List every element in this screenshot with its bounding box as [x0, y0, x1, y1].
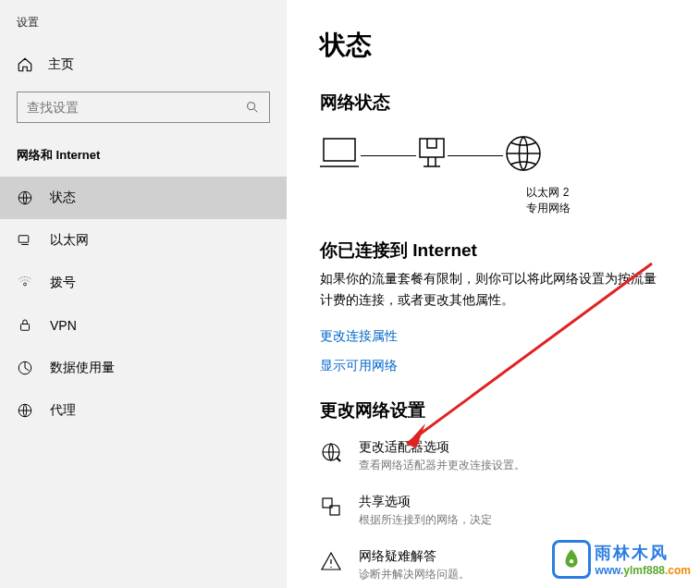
sharing-text: 共享选项 根据所连接到的网络，决定: [359, 494, 667, 528]
main-content: 状态 网络状态 以太网 2 专用网络 你已连接到 Internet 如果你的流量…: [287, 0, 700, 588]
diagram-labels: 以太网 2 专用网络: [429, 185, 667, 216]
nav-item-datausage[interactable]: 数据使用量: [0, 347, 287, 389]
ethernet-label: 以太网 2: [429, 185, 667, 201]
adapter-options-title: 更改适配器选项: [359, 439, 667, 456]
watermark: 雨林木风 www.ylmf888.com: [552, 540, 691, 579]
sharing-options-item[interactable]: 共享选项 根据所连接到的网络，决定: [320, 494, 667, 528]
change-settings-heading: 更改网络设置: [320, 398, 667, 423]
laptop-icon: [318, 135, 361, 176]
globe-icon: [503, 133, 544, 178]
nav-item-proxy[interactable]: 代理: [0, 389, 287, 432]
globe-status-icon: [17, 190, 33, 206]
nav-label-ethernet: 以太网: [50, 232, 89, 249]
svg-rect-4: [21, 325, 30, 331]
network-diagram: [318, 133, 667, 178]
svg-rect-2: [18, 236, 29, 243]
connected-heading: 你已连接到 Internet: [320, 239, 667, 263]
adapter-options-text: 更改适配器选项 查看网络适配器并更改连接设置。: [359, 439, 667, 473]
show-available-networks-link[interactable]: 显示可用网络: [320, 358, 667, 374]
sidebar: 设置 主页 网络和 Internet 状态 以太网 拨号 VP: [0, 0, 287, 588]
sharing-desc: 根据所连接到的网络，决定: [359, 512, 667, 528]
nav-label-datausage: 数据使用量: [50, 360, 115, 376]
connected-desc: 如果你的流量套餐有限制，则你可以将此网络设置为按流量计费的连接，或者更改其他属性…: [320, 268, 667, 312]
home-label: 主页: [48, 56, 74, 73]
nav-label-dialup: 拨号: [50, 275, 76, 291]
settings-title: 设置: [0, 0, 287, 47]
watermark-logo-icon: [552, 540, 591, 579]
private-network-label: 专用网络: [429, 201, 667, 216]
router-icon: [416, 135, 448, 176]
vpn-icon: [17, 317, 33, 334]
proxy-icon: [17, 402, 33, 419]
data-usage-icon: [17, 360, 33, 376]
page-title: 状态: [320, 28, 667, 63]
svg-point-15: [570, 559, 573, 563]
search-box[interactable]: [17, 92, 270, 123]
sharing-icon: [320, 496, 342, 518]
nav-item-ethernet[interactable]: 以太网: [0, 219, 287, 262]
svg-point-0: [248, 103, 255, 110]
diagram-line: [448, 155, 503, 156]
adapter-options-item[interactable]: 更改适配器选项 查看网络适配器并更改连接设置。: [320, 439, 667, 473]
watermark-title: 雨林木风: [595, 542, 691, 564]
watermark-url: www.ylmf888.com: [595, 564, 691, 577]
nav-label-status: 状态: [50, 190, 76, 206]
search-input[interactable]: [27, 100, 245, 115]
home-button[interactable]: 主页: [0, 47, 287, 82]
watermark-text: 雨林木风 www.ylmf888.com: [595, 542, 691, 577]
ethernet-icon: [17, 232, 33, 249]
svg-point-3: [24, 283, 27, 286]
nav-item-vpn[interactable]: VPN: [0, 304, 287, 347]
adapter-options-desc: 查看网络适配器并更改连接设置。: [359, 458, 667, 473]
troubleshoot-icon: [320, 550, 342, 572]
network-status-heading: 网络状态: [320, 91, 667, 115]
section-label: 网络和 Internet: [0, 132, 287, 177]
dialup-icon: [17, 275, 33, 291]
change-connection-properties-link[interactable]: 更改连接属性: [320, 328, 667, 345]
nav-label-vpn: VPN: [50, 318, 77, 333]
nav-label-proxy: 代理: [50, 402, 76, 419]
home-icon: [17, 56, 33, 73]
diagram-line: [361, 155, 416, 156]
nav-item-dialup[interactable]: 拨号: [0, 262, 287, 304]
svg-rect-7: [324, 139, 355, 161]
search-icon: [245, 100, 260, 115]
adapter-options-icon: [320, 441, 342, 463]
nav-item-status[interactable]: 状态: [0, 177, 287, 219]
sharing-title: 共享选项: [359, 494, 667, 510]
